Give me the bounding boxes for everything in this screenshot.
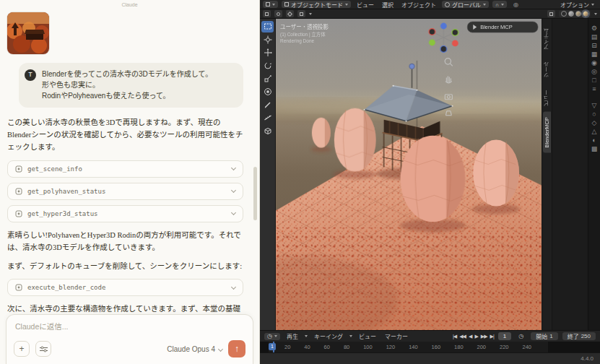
mode-dropdown[interactable]: オブジェクトモード bbox=[282, 1, 351, 8]
options-label: オプション bbox=[560, 1, 589, 9]
menu-timeline-view[interactable]: ビュー bbox=[357, 332, 378, 340]
blue-sphere[interactable] bbox=[409, 64, 414, 69]
view-object-types-icon[interactable] bbox=[263, 10, 271, 17]
tab-tool[interactable]: ツール bbox=[542, 56, 552, 83]
world-properties-icon[interactable]: ◎ bbox=[591, 69, 597, 75]
cursor-tool[interactable] bbox=[261, 34, 274, 46]
frame-numbers: 2040 6080 100120 140160 180200 220240 bbox=[284, 342, 531, 352]
blender-mcp-panel[interactable]: Blender MCP bbox=[467, 22, 538, 32]
prev-keyframe-button[interactable]: ◀◀ bbox=[459, 334, 466, 339]
tool-call-get-polyhaven-status[interactable]: get_polyhaven_status bbox=[7, 183, 243, 200]
overlays-icon[interactable] bbox=[297, 10, 305, 17]
transport-controls: |◀ ◀◀ ◀ ▶ ▶▶ ▶| bbox=[453, 334, 494, 339]
annotate-tool[interactable] bbox=[261, 99, 274, 110]
next-keyframe-button[interactable]: ▶▶ bbox=[481, 334, 487, 339]
tab-item[interactable]: アイテム bbox=[542, 23, 552, 55]
message-input[interactable]: Claudeに返信... bbox=[14, 320, 245, 340]
neg-y-axis-ball[interactable] bbox=[452, 30, 458, 36]
attachment-image[interactable] bbox=[7, 12, 49, 54]
editor-type-button[interactable] bbox=[263, 1, 278, 8]
play-reverse-button[interactable]: ◀ bbox=[469, 334, 471, 339]
tab-blendermcp[interactable]: BlenderMCP bbox=[543, 112, 551, 153]
select-box-tool[interactable] bbox=[261, 21, 274, 32]
frame-start-field[interactable]: 開始1 bbox=[531, 332, 557, 340]
object-mode-icon bbox=[284, 2, 289, 6]
chevron-down-icon bbox=[218, 346, 223, 351]
play-button[interactable]: ▶ bbox=[474, 334, 477, 339]
menu-select[interactable]: 選択 bbox=[380, 1, 396, 9]
3d-viewport[interactable]: ユーザー・透視投影 (1) Collection | 立方体 Rendering… bbox=[276, 19, 542, 330]
output-properties-icon[interactable]: ⊟ bbox=[591, 43, 597, 49]
chat-scroll-area[interactable]: T Blenderを使ってこの清水寺の3Dモデルを作成して。 形や色も忠実に。 … bbox=[0, 9, 259, 314]
material-properties-icon[interactable]: ◐ bbox=[592, 137, 596, 144]
jump-to-end-button[interactable]: ▶| bbox=[490, 334, 494, 339]
transform-tool[interactable] bbox=[261, 86, 274, 98]
tool-properties-icon[interactable]: ⚙ bbox=[591, 25, 597, 32]
tab-view[interactable]: ビュー bbox=[542, 84, 552, 111]
chat-scrollbar[interactable] bbox=[253, 167, 257, 220]
proportional-edit-toggle[interactable]: ◎ bbox=[510, 1, 521, 8]
physics-properties-icon[interactable]: ○ bbox=[592, 111, 596, 118]
timeline-editor-type-button[interactable]: ◷ bbox=[264, 333, 280, 340]
particles-properties-icon[interactable]: ▽ bbox=[592, 103, 597, 109]
y-axis-ball[interactable] bbox=[429, 40, 435, 46]
kiyomizu-thumbnail-art bbox=[7, 12, 49, 54]
rotate-tool[interactable] bbox=[261, 60, 274, 72]
add-cube-tool[interactable] bbox=[261, 125, 274, 136]
timeline-ruler[interactable]: 2040 6080 100120 140160 180200 220240 1 bbox=[260, 342, 600, 352]
frame-end-field[interactable]: 終了250 bbox=[562, 332, 596, 340]
material-preview-icon[interactable] bbox=[575, 11, 581, 17]
xray-toggle-icon[interactable] bbox=[547, 10, 555, 17]
tools-filter-button[interactable] bbox=[35, 341, 51, 357]
z-axis-ball[interactable] bbox=[440, 23, 447, 30]
object-properties-icon[interactable]: □ bbox=[592, 77, 596, 84]
orientation-dropdown[interactable]: グローバル bbox=[442, 1, 489, 8]
jump-to-start-button[interactable]: |◀ bbox=[453, 334, 456, 339]
neg-z-axis-ball[interactable] bbox=[440, 46, 447, 53]
object-data-properties-icon[interactable]: △ bbox=[592, 129, 597, 135]
move-tool[interactable] bbox=[261, 47, 274, 58]
preview-range-icon[interactable]: ◷ bbox=[516, 333, 526, 340]
scene-properties-icon[interactable]: ◉ bbox=[591, 60, 597, 66]
x-axis-ball[interactable] bbox=[452, 40, 458, 47]
timeline-header: ◷ 再生 キーイング ビュー マーカー |◀ ◀◀ ◀ ▶ ▶▶ ▶| 1 ◷ bbox=[260, 331, 600, 342]
tool-call-label: execute_blender_code bbox=[27, 284, 105, 291]
send-button[interactable]: ↑ bbox=[228, 340, 245, 358]
tool-call-get-hyper3d-status[interactable]: get_hyper3d_status bbox=[7, 205, 243, 222]
tool-call-get-scene-info[interactable]: get_scene_info bbox=[7, 160, 243, 178]
modifier-properties-icon[interactable]: ≡ bbox=[592, 86, 596, 92]
menu-playback[interactable]: 再生 bbox=[284, 332, 300, 340]
render-properties-icon[interactable]: ▤ bbox=[591, 34, 598, 40]
current-frame-field[interactable]: 1 bbox=[498, 332, 511, 340]
measure-tool[interactable] bbox=[261, 112, 274, 124]
menu-keying[interactable]: キーイング bbox=[312, 332, 345, 340]
playhead-frame-badge[interactable]: 1 bbox=[269, 343, 276, 350]
texture-properties-icon[interactable]: ▩ bbox=[591, 146, 598, 152]
scale-tool[interactable] bbox=[261, 73, 274, 84]
attach-button[interactable]: + bbox=[14, 341, 30, 357]
snap-toggle[interactable]: ∩ bbox=[492, 1, 507, 8]
wireframe-shading-icon[interactable] bbox=[561, 11, 567, 17]
viewport-subheader bbox=[260, 9, 600, 19]
render-status-overlay: Rendering Done bbox=[280, 38, 315, 44]
constraints-properties-icon[interactable]: ◇ bbox=[592, 120, 597, 126]
tool-call-execute-blender-code[interactable]: execute_blender_code bbox=[7, 279, 243, 296]
gizmos-icon[interactable] bbox=[286, 10, 294, 17]
neg-x-axis-ball[interactable] bbox=[429, 29, 435, 35]
viewport-toolbar bbox=[260, 19, 276, 330]
assistant-paragraph: 次に、清水寺の主要な構造物を作成していきます。まず、本堂の基礎となる舞台(ステー… bbox=[7, 303, 243, 314]
properties-tab-column: ⚙ ▤ ⊟ ▦ ◉ ◎ □ ≡ ▽ ○ ◇ △ ◐ ▩ bbox=[588, 19, 600, 330]
tool-call-label: get_polyhaven_status bbox=[27, 188, 105, 195]
solid-shading-icon[interactable] bbox=[568, 11, 574, 17]
menu-view[interactable]: ビュー bbox=[355, 1, 376, 9]
visibility-icon[interactable] bbox=[274, 10, 282, 17]
viewlayer-properties-icon[interactable]: ▦ bbox=[591, 51, 598, 58]
rendered-shading-icon[interactable] bbox=[583, 11, 588, 17]
menu-marker[interactable]: マーカー bbox=[383, 332, 410, 340]
menu-object[interactable]: オブジェクト bbox=[399, 1, 438, 9]
model-selector[interactable]: Claude Opus 4 bbox=[167, 345, 222, 353]
viewport-header: オブジェクトモード ビュー 選択 オブジェクト グローバル ∩ ◎ オプション bbox=[260, 0, 600, 9]
options-dropdown[interactable]: オプション bbox=[557, 1, 597, 8]
tool-icon bbox=[15, 188, 22, 195]
sidebar-tabs: アイテム ツール ビュー BlenderMCP bbox=[542, 19, 552, 330]
